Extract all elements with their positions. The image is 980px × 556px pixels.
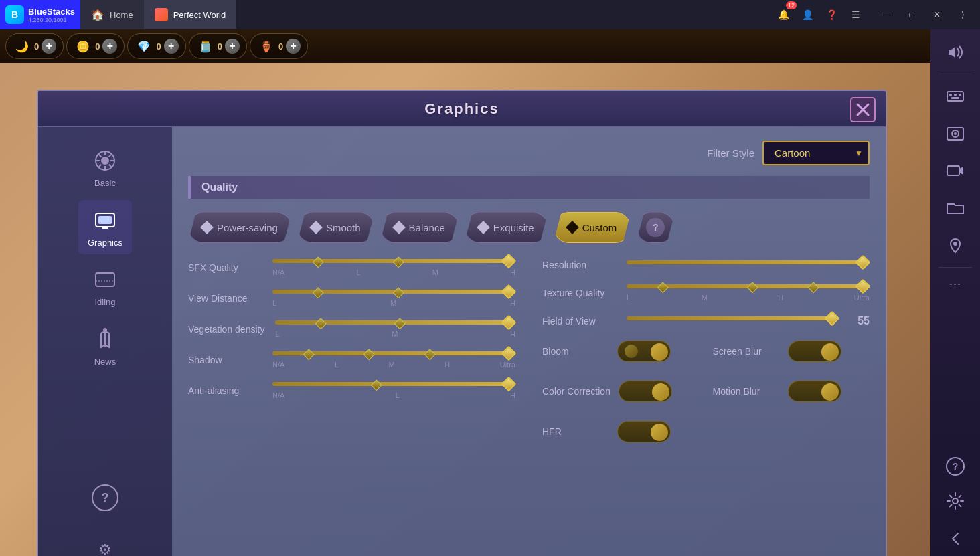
- svg-point-21: [953, 498, 958, 504]
- sfx-quality-markers: N/ALMH: [272, 268, 515, 276]
- texture-quality-track[interactable]: [627, 284, 870, 288]
- slider-mark: [363, 349, 375, 360]
- shadow-track[interactable]: [272, 351, 515, 355]
- nav-settings[interactable]: ⚙: [92, 537, 118, 556]
- diamond-icon: [566, 221, 579, 234]
- sidebar-btn-screenshot[interactable]: [934, 116, 976, 151]
- coin-add-button[interactable]: +: [102, 39, 117, 54]
- field-of-view-row: Field of View 55: [542, 315, 870, 327]
- quality-label: Quality: [201, 181, 238, 193]
- vegetation-density-slider[interactable]: LMH: [275, 320, 515, 338]
- close-button[interactable]: ✕: [925, 5, 949, 24]
- minimize-button[interactable]: —: [874, 5, 898, 24]
- motion-blur-toggle[interactable]: [788, 381, 841, 402]
- sidebar-btn-more[interactable]: ···: [934, 272, 976, 296]
- help-button[interactable]: ❓: [821, 4, 842, 25]
- vegetation-density-track[interactable]: [275, 320, 515, 325]
- slider-mark: [371, 379, 382, 391]
- motion-blur-row: Motion Blur: [713, 381, 870, 402]
- notification-button[interactable]: 🔔 12: [772, 4, 794, 25]
- hfr-label: HFR: [542, 426, 609, 437]
- sidebar-divider: [938, 74, 972, 74]
- q-btn-label: Power-saving: [217, 222, 278, 234]
- sidebar-btn-video[interactable]: [934, 153, 976, 188]
- sidebar-btn-back[interactable]: [934, 521, 976, 556]
- bloom-toggle[interactable]: [617, 341, 671, 362]
- dialog-close-button[interactable]: [848, 95, 878, 124]
- svg-rect-19: [947, 166, 959, 175]
- q-btn-label: Smooth: [326, 222, 361, 234]
- color-correction-toggle[interactable]: [619, 381, 672, 402]
- sfx-quality-slider[interactable]: N/ALMH: [272, 259, 515, 276]
- texture-quality-slider[interactable]: LMHUltra: [627, 284, 870, 302]
- account-button[interactable]: 👤: [797, 4, 818, 25]
- screen-blur-toggle[interactable]: [788, 341, 841, 362]
- nav-help[interactable]: ?: [92, 484, 118, 511]
- quality-btn-balance[interactable]: Balance: [380, 212, 459, 243]
- diamond-icon: [392, 221, 406, 234]
- more-icon: ···: [949, 277, 961, 291]
- maximize-button[interactable]: □: [900, 5, 924, 24]
- slider-mark: [393, 256, 404, 268]
- field-of-view-slider[interactable]: [627, 316, 839, 326]
- nav-item-graphics[interactable]: Graphics: [78, 200, 132, 254]
- quality-btn-exquisite[interactable]: Exquisite: [465, 212, 548, 243]
- sidebar-btn-folder[interactable]: [934, 191, 976, 225]
- jar-icon: 🫙: [196, 37, 215, 56]
- coin-value: 0: [95, 41, 100, 52]
- settings-icon: [943, 489, 967, 513]
- resource-coin: 🪙 0 +: [66, 33, 125, 59]
- tab-home[interactable]: 🏠 Home: [80, 0, 144, 29]
- bloom-label: Bloom: [542, 346, 609, 357]
- q-btn-label: Custom: [582, 222, 617, 234]
- shadow-slider[interactable]: N/ALMHUltra: [272, 351, 515, 369]
- nav-item-news[interactable]: News: [78, 319, 132, 373]
- resource-gem: 💎 0 +: [127, 33, 185, 59]
- resolution-slider[interactable]: [627, 260, 870, 270]
- quality-btn-custom[interactable]: Custom: [554, 212, 631, 243]
- bs-icon: B: [5, 5, 24, 24]
- nav-item-basic[interactable]: Basic: [78, 141, 132, 195]
- nav-item-idling[interactable]: Idling: [78, 260, 132, 314]
- quality-btn-smooth[interactable]: Smooth: [297, 212, 375, 243]
- diamond-icon: [309, 221, 323, 234]
- sidebar-btn-settings[interactable]: [934, 484, 976, 519]
- quality-btn-help[interactable]: ?: [636, 212, 675, 243]
- resolution-row: Resolution: [542, 259, 870, 271]
- field-of-view-track[interactable]: [627, 316, 839, 320]
- svg-point-20: [953, 242, 957, 246]
- shadow-row: Shadow N/ALMHUltra: [188, 351, 515, 369]
- menu-button[interactable]: ☰: [845, 4, 866, 25]
- field-of-view-thumb: [825, 311, 840, 327]
- shadow-markers: N/ALMHUltra: [272, 361, 515, 369]
- filter-style-select[interactable]: Cartoon Realistic Vivid Natural: [762, 141, 870, 165]
- shadow-thumb: [501, 346, 517, 361]
- slider-mark: [424, 349, 436, 360]
- view-distance-track[interactable]: [272, 290, 515, 294]
- expand-button[interactable]: ⟩: [951, 5, 975, 24]
- coin-icon: 🪙: [74, 37, 92, 56]
- filter-select-wrap: Cartoon Realistic Vivid Natural: [762, 141, 870, 165]
- view-distance-slider[interactable]: LMH: [272, 290, 515, 307]
- resolution-track[interactable]: [627, 260, 870, 264]
- sfx-quality-row: SFX Quality N/ALMH: [188, 259, 515, 276]
- gem-add-button[interactable]: +: [164, 39, 179, 54]
- jar-add-button[interactable]: +: [225, 39, 240, 54]
- hfr-toggle[interactable]: [617, 421, 671, 442]
- titlebar-controls: 🔔 12 👤 ❓ ☰ — □ ✕ ⟩: [772, 4, 980, 25]
- sfx-quality-track[interactable]: [272, 259, 515, 263]
- sidebar-btn-help[interactable]: ?: [934, 452, 976, 481]
- sidebar-btn-keyboard[interactable]: [934, 78, 976, 113]
- quality-btn-power-saving[interactable]: Power-saving: [188, 212, 292, 243]
- anti-aliasing-track[interactable]: [272, 382, 515, 386]
- slider-mark: [657, 282, 668, 293]
- moon-icon: 🌙: [13, 37, 31, 56]
- sidebar-btn-location[interactable]: [934, 228, 976, 263]
- moon-add-button[interactable]: +: [42, 39, 56, 54]
- sidebar-btn-volume[interactable]: [934, 35, 976, 70]
- tab-game[interactable]: Perfect World: [144, 0, 237, 29]
- pot-add-button[interactable]: +: [286, 39, 301, 54]
- dialog-content: Filter Style Cartoon Realistic Vivid Nat…: [172, 127, 886, 556]
- anti-aliasing-slider[interactable]: N/ALH: [272, 382, 515, 399]
- toggles-grid: Bloom Screen Blur: [542, 341, 870, 453]
